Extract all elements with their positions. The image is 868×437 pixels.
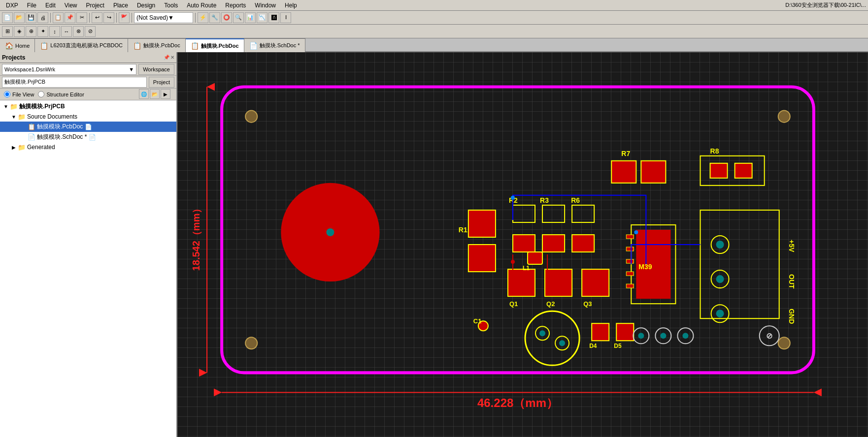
btn-a1[interactable]: ⚡ [198, 12, 208, 23]
svg-rect-63 [592, 323, 609, 341]
pcb-canvas[interactable]: 18.542（mm） 46.228（mm） [177, 52, 868, 437]
menu-window[interactable]: Window [251, 1, 280, 10]
menu-file[interactable]: File [23, 1, 40, 10]
root-expand[interactable]: ▼ [2, 103, 10, 111]
generated-icon: 📁 [18, 144, 26, 151]
btn2-1[interactable]: ⊞ [2, 26, 13, 37]
tab-l6203[interactable]: 📋 L6203直流电机驱动.PCBDOC [35, 38, 128, 52]
svg-rect-45 [626, 272, 634, 276]
source-label: Source Documents [27, 113, 77, 120]
view-btn-2[interactable]: 📂 [150, 89, 160, 99]
svg-point-68 [638, 333, 644, 339]
btn2-4[interactable]: ✦ [37, 26, 48, 37]
svg-text:D4: D4 [589, 343, 597, 349]
btn-a3[interactable]: ⭕ [221, 12, 232, 23]
source-expand[interactable]: ▼ [10, 113, 18, 121]
btn-a2[interactable]: 🔧 [209, 12, 220, 23]
tree-source-docs[interactable]: ▼ 📁 Source Documents [0, 112, 176, 122]
tree-pcbdoc[interactable]: 📋 触摸模块.PcbDoc 📄 [0, 122, 176, 132]
tab-schdoc[interactable]: 📄 触摸块.SchDoc * [244, 38, 305, 52]
generated-label: Generated [27, 144, 55, 151]
not-saved-dropdown[interactable]: (Not Saved) ▼ [134, 12, 193, 23]
sep2 [89, 13, 90, 23]
btn2-6[interactable]: ↔ [61, 26, 72, 37]
view-toolbar-icons: 🌐 📂 ▶ [137, 89, 172, 100]
dropdown-arrow: ▼ [168, 14, 174, 21]
svg-text:Q2: Q2 [546, 300, 555, 308]
btn-a6[interactable]: 📉 [257, 12, 267, 23]
btn-flag[interactable]: 🚩 [119, 12, 130, 23]
workspace-dropdown[interactable]: Workspace1.DsnWrk ▼ [2, 64, 136, 75]
svg-rect-23 [611, 161, 636, 183]
sep5 [195, 13, 196, 23]
file-view-option[interactable]: File View [4, 91, 34, 97]
svg-point-1 [245, 111, 257, 123]
menu-autoroute[interactable]: Auto Route [183, 1, 220, 10]
svg-point-2 [778, 111, 790, 123]
schdoc-icon: 📄 [28, 133, 35, 141]
menu-design[interactable]: Design [133, 1, 159, 10]
tab-pcb2-label: 触摸块.PcbDoc [201, 42, 239, 50]
tab-pcb1-label: 触摸块.PcbDoc [143, 42, 180, 49]
btn-copy[interactable]: 📋 [53, 12, 64, 23]
workspace-arrow: ▼ [129, 66, 134, 72]
tree-root[interactable]: ▼ 📁 触摸模块.PrjPCB [0, 101, 176, 112]
svg-point-6 [326, 228, 334, 236]
tab-pcb1[interactable]: 📋 触摸块.PcbDoc [128, 38, 186, 52]
btn-a8[interactable]: Ⅰ [280, 12, 291, 23]
tab-home[interactable]: 🏠 Home [0, 38, 35, 52]
btn-a7[interactable]: 🅰 [268, 12, 279, 23]
btn-new[interactable]: 📄 [2, 12, 13, 23]
btn2-2[interactable]: ◈ [14, 26, 25, 37]
project-selector: Project [0, 76, 176, 89]
svg-point-4 [778, 337, 790, 349]
tree-schdoc[interactable]: 📄 触摸模块.SchDoc * 📄 [0, 132, 176, 142]
svg-point-76 [511, 260, 515, 264]
btn2-5[interactable]: ↕ [49, 26, 60, 37]
btn2-8[interactable]: ⊘ [85, 26, 96, 37]
menu-edit[interactable]: Edit [41, 1, 60, 10]
svg-text:46.228（mm）: 46.228（mm） [477, 396, 558, 409]
svg-point-77 [511, 196, 515, 200]
btn2-3[interactable]: ⊕ [26, 26, 36, 37]
svg-point-75 [634, 230, 638, 234]
workspace-button[interactable]: Workspace [138, 64, 174, 75]
menu-project[interactable]: Project [82, 1, 108, 10]
panel-controls: 📌 ✕ [164, 55, 174, 60]
menu-view[interactable]: View [61, 1, 81, 10]
menu-reports[interactable]: Reports [221, 1, 250, 10]
btn-save[interactable]: 💾 [26, 12, 36, 23]
view-btn-1[interactable]: 🌐 [139, 89, 149, 99]
btn-cut[interactable]: ✂ [76, 12, 87, 23]
structure-view-label: Structure Editor [46, 92, 84, 97]
btn-redo[interactable]: ↪ [103, 12, 114, 23]
btn-a5[interactable]: 📊 [245, 12, 256, 23]
panel-close-btn[interactable]: ✕ [170, 55, 174, 60]
btn-undo[interactable]: ↩ [92, 12, 102, 23]
btn-print[interactable]: 🖨 [37, 12, 48, 23]
btn2-7[interactable]: ⊗ [73, 26, 84, 37]
project-button[interactable]: Project [149, 77, 174, 88]
panel-pin-btn[interactable]: 📌 [164, 55, 169, 60]
tree-generated[interactable]: ▶ 📁 Generated [0, 142, 176, 152]
menu-help[interactable]: Help [281, 1, 301, 10]
view-btn-3[interactable]: ▶ [161, 89, 170, 99]
svg-text:D5: D5 [614, 343, 622, 349]
menu-tools[interactable]: Tools [160, 1, 182, 10]
svg-rect-42 [626, 235, 634, 239]
tab-pcb2[interactable]: 📋 触摸块.PcbDoc [186, 38, 244, 52]
structure-view-option[interactable]: Structure Editor [38, 91, 84, 97]
svg-point-50 [716, 241, 724, 249]
svg-text:R8: R8 [710, 147, 719, 155]
svg-rect-18 [542, 235, 565, 252]
generated-expand[interactable]: ▶ [10, 143, 18, 151]
menu-place[interactable]: Place [109, 1, 132, 10]
svg-rect-32 [545, 269, 572, 296]
btn-open[interactable]: 📂 [14, 12, 25, 23]
not-saved-label: (Not Saved) [136, 14, 168, 21]
tab-home-label: Home [15, 43, 30, 49]
menu-dxp[interactable]: DXP [2, 1, 22, 10]
project-input[interactable] [2, 77, 147, 88]
btn-paste[interactable]: 📌 [65, 12, 75, 23]
btn-a4[interactable]: 🔍 [233, 12, 244, 23]
